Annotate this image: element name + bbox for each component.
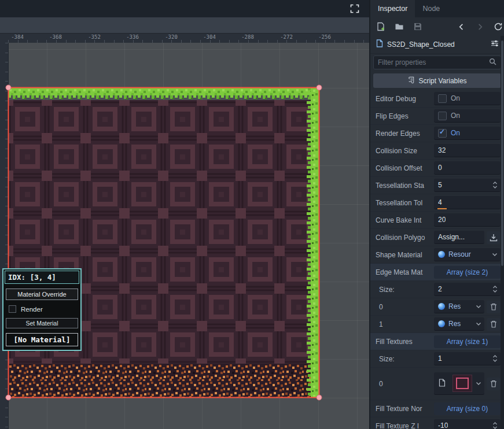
- script-variables-header[interactable]: Script Variables: [373, 73, 501, 88]
- ruler-label: -368: [49, 34, 62, 40]
- godot-editor-window: -384 -368 -352 -336 -320 -304 -288 -272 …: [0, 0, 504, 429]
- render-check-row[interactable]: Render: [6, 305, 78, 313]
- viewport-area: -384 -368 -352 -336 -320 -304 -288 -272 …: [0, 0, 369, 429]
- property-label: Fill Texture Z I: [376, 422, 434, 429]
- property-row-render-edges: Render Edges On: [370, 125, 504, 142]
- resource-sphere-icon: [438, 303, 445, 310]
- spinner-updown-icon[interactable]: [492, 285, 498, 293]
- property-row-tessellation-tolerance: Tessellation Tol 4: [370, 194, 504, 212]
- chevron-down-icon: [476, 320, 481, 328]
- field-value: 5: [438, 181, 442, 189]
- resource-value: Resour: [448, 250, 471, 258]
- delete-item-icon[interactable]: [487, 301, 501, 313]
- viewport-top-bar: [0, 0, 369, 17]
- ruler-label: -304: [203, 34, 216, 40]
- filter-properties-input[interactable]: Filter properties: [373, 56, 501, 69]
- property-row-collision-size: Collision Size 32: [370, 142, 504, 160]
- resource-sphere-icon: [438, 251, 445, 258]
- section-title: Script Variables: [418, 77, 466, 85]
- resource-name[interactable]: SS2D_Shape_Closed: [387, 40, 487, 49]
- render-label: Render: [21, 306, 43, 313]
- expand-viewport-icon[interactable]: [350, 3, 360, 14]
- ruler-label: -352: [88, 34, 101, 40]
- edge-item-0-dropdown[interactable]: Res: [434, 300, 484, 313]
- material-override-button[interactable]: Material Override: [6, 289, 78, 300]
- editor-debug-checkbox[interactable]: On: [434, 92, 501, 105]
- property-row-collision-polygon: Collision Polygo Assign...: [370, 229, 504, 246]
- property-row-shape-material: Shape Material Resour: [370, 246, 504, 264]
- property-label: Size:: [376, 286, 434, 294]
- texture-file-icon: [438, 379, 446, 389]
- render-edges-checkbox[interactable]: On: [434, 127, 501, 140]
- edge-meta-materials-array-button[interactable]: Array (size 2): [434, 266, 501, 279]
- save-resource-icon[interactable]: [413, 21, 423, 32]
- new-resource-icon[interactable]: [376, 21, 386, 32]
- inspector-toolbar: [370, 17, 504, 36]
- resource-sphere-icon: [438, 320, 445, 327]
- ruler-label: -384: [11, 34, 24, 40]
- spinner-updown-icon[interactable]: [492, 181, 498, 189]
- load-resource-icon[interactable]: [394, 21, 404, 32]
- tab-node[interactable]: Node: [415, 0, 447, 17]
- collision-polygon-assign-button[interactable]: Assign...: [434, 231, 484, 244]
- tab-inspector[interactable]: Inspector: [370, 0, 415, 17]
- fill-texture-z-index-spinner[interactable]: -10: [434, 419, 501, 429]
- field-value: -10: [438, 421, 448, 429]
- property-label: Fill Textures: [376, 338, 434, 346]
- property-row-flip-edges: Flip Edges On: [370, 108, 504, 125]
- render-checkbox-icon[interactable]: [9, 305, 16, 313]
- set-material-button[interactable]: Set Material: [6, 318, 78, 328]
- flip-edges-checkbox[interactable]: On: [434, 109, 501, 123]
- resource-file-icon: [376, 39, 384, 50]
- ruler-label: -288: [241, 34, 254, 40]
- delete-item-icon[interactable]: [487, 378, 501, 390]
- property-label: Collision Offset: [376, 164, 434, 172]
- checkbox-icon: [438, 94, 447, 103]
- viewport-canvas[interactable]: [0, 43, 369, 429]
- property-label: Render Edges: [376, 130, 434, 138]
- checkbox-label: On: [451, 94, 460, 102]
- property-list: Editor Debug On Flip Edges On Render Edg…: [370, 90, 504, 429]
- field-value: 0: [438, 164, 442, 172]
- property-label: Collision Polygo: [376, 234, 434, 242]
- property-row-edge-item-0: 0 Res: [370, 298, 504, 316]
- fill-size-spinner[interactable]: 1: [434, 352, 501, 365]
- shape-material-dropdown[interactable]: Resour: [434, 248, 501, 261]
- history-back-icon[interactable]: [456, 21, 466, 32]
- quick-load-icon[interactable]: [487, 231, 501, 244]
- array-index-label: 0: [376, 303, 434, 311]
- array-index-label: 0: [376, 380, 434, 388]
- property-row-edge-meta-materials: Edge Meta Mat Array (size 2): [370, 264, 504, 281]
- tessellation-tolerance-field[interactable]: 4: [434, 196, 501, 209]
- extra-resource-options-icon[interactable]: [491, 39, 499, 50]
- edge-meta-size-spinner[interactable]: 2: [434, 283, 501, 296]
- property-label: Edge Meta Mat: [376, 268, 434, 276]
- curve-bake-interval-field[interactable]: 20: [434, 213, 501, 227]
- chevron-down-icon: [492, 250, 498, 258]
- collision-size-field[interactable]: 32: [434, 144, 501, 157]
- chevron-down-icon: [476, 379, 481, 387]
- scrollbar-thumb[interactable]: [501, 40, 503, 266]
- history-forward-icon[interactable]: [474, 21, 485, 32]
- tessellation-stages-spinner[interactable]: 5: [434, 179, 501, 192]
- property-label: Curve Bake Int: [376, 216, 434, 224]
- checkbox-label: On: [451, 112, 460, 120]
- spinner-updown-icon[interactable]: [492, 354, 498, 363]
- ruler-label: -320: [165, 34, 178, 40]
- delete-item-icon[interactable]: [487, 318, 501, 331]
- fill-texture-dropdown[interactable]: [434, 372, 484, 395]
- fill-texture-normals-array-button[interactable]: Array (size 0): [434, 402, 501, 415]
- vertical-ruler: [0, 43, 9, 429]
- collision-offset-field[interactable]: 0: [434, 161, 501, 175]
- inspector-scrollbar[interactable]: [501, 36, 504, 429]
- field-value: Assign...: [438, 233, 465, 241]
- property-label: Collision Size: [376, 147, 434, 155]
- fill-textures-array-button[interactable]: Array (size 1): [434, 335, 501, 348]
- inspector-tab-bar: Inspector Node: [370, 0, 504, 17]
- texture-thumbnail: [453, 375, 472, 392]
- filter-row: Filter properties: [370, 54, 504, 71]
- spinner-updown-icon[interactable]: [492, 421, 498, 429]
- object-history-icon[interactable]: [493, 21, 503, 32]
- ruler-label: -272: [280, 34, 293, 40]
- edge-item-1-dropdown[interactable]: Res: [434, 317, 484, 331]
